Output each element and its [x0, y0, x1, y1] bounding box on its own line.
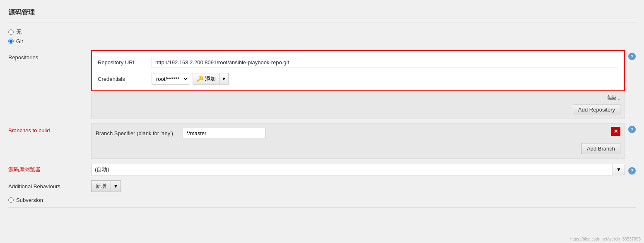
- advanced-link[interactable]: 高级...: [606, 95, 620, 102]
- new-behaviour-dropdown-arrow[interactable]: ▼: [111, 180, 121, 192]
- radio-git-input[interactable]: [8, 39, 14, 44]
- section-title: 源码管理: [8, 4, 636, 22]
- scm-radio-group: 无 Git: [8, 28, 636, 44]
- credentials-select[interactable]: root/******: [152, 73, 189, 85]
- add-credentials-dropdown-arrow[interactable]: ▼: [219, 73, 229, 85]
- source-browser-help-icon[interactable]: ?: [628, 167, 636, 175]
- source-browser-dropdown-arrow[interactable]: ▼: [613, 164, 625, 175]
- credentials-row: Credentials root/****** 🔑 添加 ▼: [98, 73, 618, 85]
- repositories-label: Repositories: [8, 50, 91, 61]
- repo-url-row: Repository URL: [98, 57, 618, 68]
- add-branch-button[interactable]: Add Branch: [581, 143, 620, 154]
- add-btn-label: 添加: [205, 75, 216, 83]
- add-repository-button[interactable]: Add Repository: [573, 104, 620, 115]
- help-icon-source-browser[interactable]: ?: [628, 167, 636, 175]
- credentials-label: Credentials: [98, 76, 152, 82]
- source-browser-value: (自动): [92, 166, 616, 173]
- credentials-controls: root/****** 🔑 添加 ▼: [152, 73, 229, 85]
- remove-branch-button[interactable]: ✕: [611, 127, 620, 136]
- key-icon: 🔑: [196, 75, 203, 82]
- branch-specifier-label: Branch Specifier (blank for 'any'): [96, 130, 183, 136]
- add-credentials-button[interactable]: 🔑 添加: [193, 73, 219, 85]
- source-browser-label: 源码库浏览器: [8, 166, 91, 173]
- radio-none-label: 无: [16, 28, 22, 36]
- additional-behaviours-section: Additional Behaviours 新增 ▼: [8, 180, 636, 192]
- radio-subversion-input[interactable]: [8, 197, 14, 203]
- subversion-label: Subversion: [16, 197, 43, 203]
- branches-box: ✕ Branch Specifier (blank for 'any') Add…: [91, 123, 625, 159]
- advanced-panel: 高级... Add Repository: [91, 91, 625, 119]
- branches-help-icon[interactable]: ?: [628, 126, 636, 133]
- branch-specifier-input[interactable]: [183, 128, 265, 139]
- additional-behaviours-label: Additional Behaviours: [8, 183, 91, 190]
- subversion-section: Subversion: [8, 197, 636, 208]
- repositories-help-icon[interactable]: ?: [628, 53, 636, 60]
- repo-url-input[interactable]: [152, 57, 618, 68]
- radio-none[interactable]: 无: [8, 28, 636, 36]
- new-btn-wrap: 新增 ▼: [91, 180, 121, 192]
- radio-git[interactable]: Git: [8, 38, 636, 44]
- radio-git-label: Git: [16, 38, 23, 44]
- radio-none-input[interactable]: [8, 29, 14, 35]
- source-browser-wrap: (自动) ▼: [91, 164, 625, 175]
- repositories-box: Repository URL Credentials root/****** 🔑…: [91, 50, 625, 91]
- help-icon-repos[interactable]: ?: [628, 53, 636, 60]
- add-branch-row: Add Branch: [96, 143, 620, 154]
- branch-specifier-row: Branch Specifier (blank for 'any'): [96, 128, 620, 139]
- bottom-url: https://blog.csdn.net/weixin_38537095: [570, 237, 641, 241]
- help-icon-branches[interactable]: ?: [628, 126, 636, 133]
- branches-label: Branches to build: [8, 123, 91, 134]
- repo-url-label: Repository URL: [98, 59, 152, 66]
- new-behaviour-button[interactable]: 新增: [91, 180, 111, 192]
